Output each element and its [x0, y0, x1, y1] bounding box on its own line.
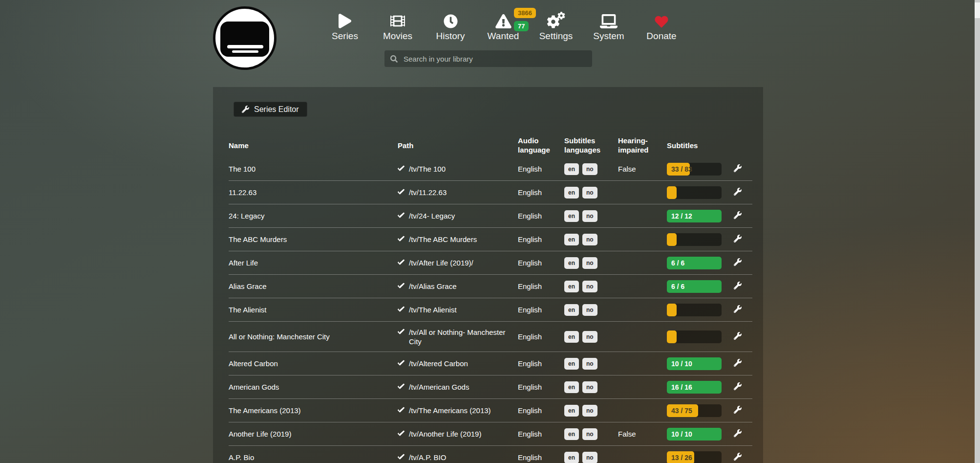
series-name[interactable]: After Life: [229, 259, 398, 267]
series-name[interactable]: Altered Carbon: [229, 359, 398, 368]
subtitles-progress-text: 33 / 83: [667, 165, 692, 173]
edit-series-button[interactable]: [728, 211, 752, 220]
subtitle-language-badge: en: [564, 163, 579, 175]
subtitles-progress-bar: [667, 331, 722, 343]
series-path-text: /tv/The 100: [409, 164, 446, 174]
wrench-icon: [734, 332, 742, 340]
subtitles-progress-fill: 33 / 83: [667, 163, 690, 176]
edit-series-button[interactable]: [728, 359, 752, 368]
nav-item-series[interactable]: Series: [319, 10, 371, 42]
subtitle-language-badge: no: [582, 163, 597, 175]
nav-label: Movies: [383, 31, 412, 42]
subtitles-progress-fill: 12 / 12: [667, 210, 722, 222]
wrench-icon: [734, 282, 742, 289]
check-icon: [398, 212, 405, 219]
bazarr-logo[interactable]: [213, 6, 277, 70]
check-icon: [398, 430, 405, 437]
subtitle-language-badge: en: [564, 331, 579, 343]
wrench-icon: [734, 453, 742, 461]
check-icon: [398, 383, 405, 390]
series-path-text: /tv/Alias Grace: [409, 282, 457, 291]
page-scrollbar-track[interactable]: [975, 0, 980, 463]
check-icon: [398, 189, 405, 196]
audio-language: English: [518, 259, 564, 267]
subtitles-progress: [667, 233, 728, 246]
subtitle-languages: enno: [564, 405, 618, 417]
nav-item-wanted[interactable]: Wanted 3866 77: [477, 10, 530, 42]
subtitles-progress-bar: 12 / 12: [667, 210, 722, 222]
subtitles-progress: 13 / 26: [667, 451, 728, 463]
edit-series-button[interactable]: [728, 258, 752, 267]
audio-language: English: [518, 383, 564, 391]
edit-series-button[interactable]: [728, 282, 752, 291]
edit-series-button[interactable]: [728, 406, 752, 415]
check-icon: [398, 165, 405, 172]
series-name[interactable]: Alias Grace: [229, 282, 398, 290]
subtitle-languages: enno: [564, 358, 618, 370]
series-path-text: /tv/Altered Carbon: [409, 359, 468, 368]
subtitles-progress: 33 / 83: [667, 163, 728, 176]
series-name[interactable]: The Alienist: [229, 306, 398, 314]
nav-item-history[interactable]: History: [424, 10, 477, 42]
subtitles-progress-text: 12 / 12: [667, 212, 692, 220]
series-name[interactable]: The Americans (2013): [229, 406, 398, 415]
series-name[interactable]: 24: Legacy: [229, 212, 398, 220]
series-path-text: /tv/After Life (2019)/: [409, 258, 473, 267]
subtitle-languages: enno: [564, 257, 618, 269]
column-header-hearing-impaired: Hearing-impaired: [618, 136, 667, 154]
edit-series-button[interactable]: [728, 332, 752, 341]
nav-item-movies[interactable]: Movies: [371, 10, 424, 42]
edit-series-button[interactable]: [728, 429, 752, 439]
nav-item-donate[interactable]: Donate: [635, 10, 688, 42]
subtitle-languages: enno: [564, 163, 618, 175]
series-name[interactable]: All or Nothing: Manchester City: [229, 332, 398, 341]
series-path: /tv/The Americans (2013): [398, 406, 518, 415]
series-name[interactable]: 11.22.63: [229, 188, 398, 197]
subtitle-language-badge: en: [564, 358, 579, 370]
series-editor-button[interactable]: Series Editor: [234, 102, 307, 117]
edit-series-button[interactable]: [728, 305, 752, 314]
edit-series-button[interactable]: [728, 188, 752, 197]
table-row: The ABC Murders /tv/The ABC Murders Engl…: [229, 228, 752, 251]
series-name[interactable]: Another Life (2019): [229, 430, 398, 438]
edit-series-button[interactable]: [728, 164, 752, 174]
subtitles-progress-bar: 6 / 6: [667, 280, 722, 293]
play-icon: [339, 10, 351, 28]
wrench-icon: [734, 429, 742, 437]
subtitles-progress-text: 10 / 10: [667, 430, 692, 438]
edit-series-button[interactable]: [728, 235, 752, 244]
nav-item-settings[interactable]: Settings: [530, 10, 582, 42]
table-row: The Americans (2013) /tv/The Americans (…: [229, 399, 752, 422]
nav-label: Series: [332, 31, 358, 42]
table-row: All or Nothing: Manchester City /tv/All …: [229, 322, 752, 352]
subtitle-language-badge: en: [564, 428, 579, 440]
wrench-icon: [734, 305, 742, 313]
column-header-name: Name: [229, 141, 398, 150]
series-name[interactable]: American Gods: [229, 383, 398, 391]
subtitle-language-badge: no: [582, 304, 597, 316]
edit-series-button[interactable]: [728, 453, 752, 462]
table-row: 24: Legacy /tv/24- Legacy English enno 1…: [229, 204, 752, 228]
nav-item-system[interactable]: System: [582, 10, 635, 42]
subtitle-languages: enno: [564, 281, 618, 292]
subtitle-language-badge: no: [582, 331, 597, 343]
subtitle-language-badge: no: [582, 281, 597, 292]
series-path: /tv/A.P. BIO: [398, 453, 518, 462]
audio-language: English: [518, 212, 564, 220]
series-name[interactable]: The ABC Murders: [229, 235, 398, 243]
subtitle-languages: enno: [564, 234, 618, 245]
series-name[interactable]: A.P. Bio: [229, 453, 398, 462]
edit-series-button[interactable]: [728, 382, 752, 392]
series-name[interactable]: The 100: [229, 165, 398, 173]
warning-triangle-icon: [495, 10, 511, 28]
page-scrollbar-thumb[interactable]: [975, 2, 980, 18]
nav-label: Donate: [646, 31, 676, 42]
search-input[interactable]: [404, 55, 586, 63]
subtitle-language-badge: no: [582, 428, 597, 440]
subtitles-progress-bar: 10 / 10: [667, 357, 722, 370]
subtitles-progress: 10 / 10: [667, 428, 728, 441]
subtitles-progress: 6 / 6: [667, 280, 728, 293]
subtitle-language-badge: no: [582, 210, 597, 222]
library-search: [384, 50, 592, 67]
subtitles-progress-bar: 10 / 10: [667, 428, 722, 441]
